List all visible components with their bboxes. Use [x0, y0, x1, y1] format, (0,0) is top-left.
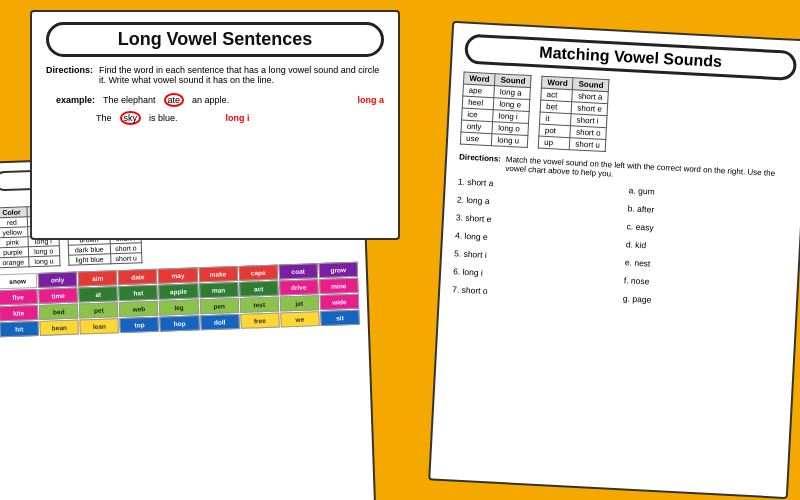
ws-example1-circled: ate — [164, 93, 185, 107]
mv-table2: Word Sound actshort a betshort e itshort… — [538, 76, 610, 152]
ws-example2-pre: The — [96, 113, 112, 123]
table-row: long u — [28, 256, 59, 267]
list-item: g. page — [623, 293, 784, 311]
grid-cell: mine — [319, 278, 359, 294]
table-row: use — [460, 132, 492, 146]
ws-directions-text: Find the word in each sentence that has … — [99, 65, 384, 85]
grid-cell: aim — [78, 270, 118, 286]
grid-cell: act — [239, 281, 279, 297]
table-row: long u — [492, 134, 528, 148]
grid-cell: leg — [159, 299, 199, 315]
grid-cell: may — [158, 267, 198, 283]
grid-cell: pet — [79, 302, 119, 318]
grid-cell: wide — [320, 294, 360, 310]
table-row: short u — [111, 253, 142, 264]
ws-sentences-title-box: Long Vowel Sentences — [46, 22, 384, 57]
grid-cell: five — [0, 289, 38, 305]
grid-cell: time — [38, 288, 78, 304]
list-item: f. nose — [624, 275, 785, 293]
grid-cell: doll — [200, 314, 240, 330]
grid-cell: cape — [238, 265, 278, 281]
grid-cell: bean — [40, 320, 80, 336]
mv-right-column: a. gum b. after c. easy d. kid e. nest f… — [622, 185, 789, 319]
ws-example1-pre: The elephant — [103, 95, 156, 105]
grid-cell: hop — [160, 315, 200, 331]
mv-tables: Word Sound apelong a heellong e icelong … — [460, 72, 795, 162]
grid-cell: make — [198, 266, 238, 282]
ws-example2: The sky is blue. long i — [96, 111, 384, 125]
grid-cell: date — [118, 269, 158, 285]
grid-cell: test — [239, 297, 279, 313]
grid-cell: top — [120, 317, 160, 333]
ws-example-label: example: — [56, 95, 95, 105]
mv-matching-area: 1. short a 2. long a 3. short e 4. long … — [452, 176, 790, 319]
ws-example2-answer: long i — [226, 113, 250, 123]
vs-word-grid: snow only aim date may make cape coat gr… — [0, 262, 360, 338]
grid-cell: hat — [119, 285, 159, 301]
grid-cell: sit — [320, 310, 360, 326]
list-item: 2. long a — [457, 194, 618, 212]
table-row: short u — [570, 138, 606, 152]
ws-example1-post: an apple. — [192, 95, 229, 105]
list-item: 7. short o — [452, 284, 613, 302]
grid-cell: snow — [0, 273, 37, 289]
ws-example2-circled: sky — [120, 111, 142, 125]
list-item: b. after — [627, 203, 788, 221]
ws-example1-answer: long a — [358, 95, 385, 105]
grid-cell: pen — [199, 298, 239, 314]
ws-sentences-directions: Directions: Find the word in each senten… — [46, 65, 384, 85]
ws-example2-post: is blue. — [149, 113, 178, 123]
ws-sentences-title: Long Vowel Sentences — [118, 29, 313, 49]
table-row: light blue — [68, 254, 111, 265]
table-row: up — [538, 136, 570, 150]
grid-cell: only — [38, 272, 78, 288]
grid-cell: grow — [318, 262, 358, 278]
grid-cell: hit — [0, 321, 39, 337]
grid-cell: drive — [279, 279, 319, 295]
list-item: e. nest — [625, 257, 786, 275]
grid-cell: web — [119, 301, 159, 317]
list-item: 6. long i — [453, 266, 614, 284]
grid-cell: free — [240, 313, 280, 329]
grid-cell: man — [199, 282, 239, 298]
grid-cell: lean — [80, 318, 120, 334]
grid-cell: kite — [0, 305, 38, 321]
mv-dir-label: Directions: — [458, 152, 501, 172]
grid-cell: we — [280, 311, 320, 327]
grid-cell: jet — [279, 295, 319, 311]
mv-left-column: 1. short a 2. long a 3. short e 4. long … — [452, 176, 619, 310]
list-item: 1. short a — [458, 176, 619, 194]
list-item: a. gum — [628, 185, 789, 203]
mv-table1: Word Sound apelong a heellong e icelong … — [460, 72, 532, 148]
list-item: 5. short i — [454, 248, 615, 266]
list-item: d. kid — [626, 239, 787, 257]
grid-cell: at — [78, 286, 118, 302]
list-item: c. easy — [627, 221, 788, 239]
grid-cell: coat — [278, 263, 318, 279]
ws-directions-label: Directions: — [46, 65, 93, 85]
worksheet-long-vowel-sentences: Long Vowel Sentences Directions: Find th… — [30, 10, 400, 240]
ws-example1: example: The elephant ate an apple. long… — [56, 93, 384, 107]
grid-cell: bed — [39, 304, 79, 320]
worksheet-matching-vowel: Matching Vowel Sounds Word Sound apelong… — [428, 21, 800, 499]
grid-cell: apple — [159, 283, 199, 299]
list-item: 3. short e — [456, 212, 617, 230]
list-item: 4. long e — [455, 230, 616, 248]
mv-title: Matching Vowel Sounds — [539, 44, 722, 71]
table-row: orange — [0, 257, 29, 268]
